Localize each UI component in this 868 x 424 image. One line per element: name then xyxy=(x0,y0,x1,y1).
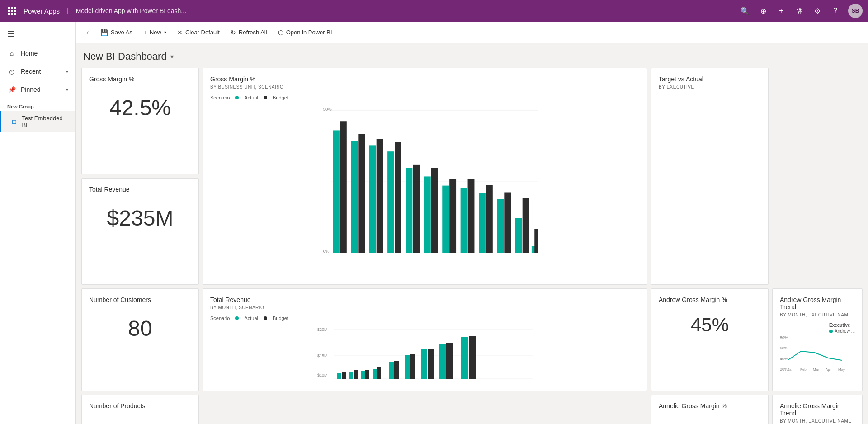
new-button[interactable]: + New ▾ xyxy=(139,26,171,39)
svg-rect-4 xyxy=(11,10,13,12)
sidebar-item-recent[interactable]: ◷ Recent ▾ xyxy=(0,62,75,80)
sidebar-group-label: New Group xyxy=(0,99,75,111)
svg-rect-3 xyxy=(8,10,10,12)
gross-margin-chart-subtitle: BY BUSINESS UNIT, SCENARIO xyxy=(210,85,640,90)
svg-rect-32 xyxy=(497,199,504,253)
settings-icon[interactable]: ⚙ xyxy=(812,5,823,16)
total-revenue-svg: $20M $15M $10M xyxy=(210,325,640,383)
open-in-power-bi-button[interactable]: ⬡ Open in Power BI xyxy=(274,26,337,39)
recent-clock-icon: ◷ xyxy=(7,67,16,76)
total-revenue-title: Total Revenue xyxy=(89,186,191,193)
svg-rect-21 xyxy=(395,142,401,253)
clear-default-label: Clear Default xyxy=(185,29,220,36)
svg-text:MA-0: MA-0 xyxy=(532,256,542,258)
svg-rect-67 xyxy=(410,354,415,379)
add-icon[interactable]: + xyxy=(776,5,787,16)
dashboard-title: New BI Dashboard xyxy=(83,51,167,62)
svg-rect-37 xyxy=(534,229,538,253)
clear-default-button[interactable]: ✕ Clear Default xyxy=(173,26,224,39)
svg-rect-72 xyxy=(461,337,468,379)
new-icon: + xyxy=(143,29,147,36)
svg-rect-2 xyxy=(14,7,16,9)
gross-margin-value: 42.5% xyxy=(89,85,191,131)
annelie-gm-title: Annelie Gross Margin % xyxy=(659,402,761,410)
svg-rect-29 xyxy=(468,179,475,253)
svg-text:CR-0: CR-0 xyxy=(500,256,509,258)
dashboard-grid: Gross Margin % 42.5% Gross Margin % BY B… xyxy=(81,68,863,424)
customers-value: 80 xyxy=(89,305,191,352)
svg-rect-22 xyxy=(406,168,413,253)
refresh-all-label: Refresh All xyxy=(239,29,267,36)
search-icon[interactable]: 🔍 xyxy=(740,5,750,16)
dashboard-area: New BI Dashboard ▾ Gross Margin % 42.5% … xyxy=(76,43,868,424)
svg-rect-59 xyxy=(354,370,358,379)
svg-rect-70 xyxy=(439,344,446,379)
actual-label: Actual xyxy=(244,95,258,100)
tile-total-revenue-chart: Total Revenue BY MONTH, SCENARIO Scenari… xyxy=(203,288,647,391)
sidebar-item-home[interactable]: ⌂ Home xyxy=(0,44,75,62)
svg-rect-62 xyxy=(373,369,377,379)
user-avatar[interactable]: SB xyxy=(848,4,863,18)
svg-rect-24 xyxy=(424,176,431,253)
svg-rect-66 xyxy=(405,355,410,379)
svg-rect-15 xyxy=(340,121,347,253)
help-icon[interactable]: ? xyxy=(830,5,841,16)
total-revenue-chart-subtitle: BY MONTH, SCENARIO xyxy=(210,305,640,310)
sidebar-home-label: Home xyxy=(21,50,68,57)
svg-rect-27 xyxy=(449,179,456,253)
andrew-gm-title: Andrew Gross Margin % xyxy=(659,296,761,303)
filter-icon[interactable]: ⚗ xyxy=(794,5,805,16)
sidebar-item-pinned[interactable]: 📌 Pinned ▾ xyxy=(0,80,75,99)
refresh-icon: ↻ xyxy=(231,29,236,36)
svg-rect-60 xyxy=(361,371,365,379)
pinned-chevron-icon: ▾ xyxy=(66,87,68,92)
sidebar-item-test-embedded-bi[interactable]: ⊞ Test Embedded BI xyxy=(0,111,75,132)
svg-text:ST-0: ST-0 xyxy=(372,256,381,258)
svg-rect-31 xyxy=(486,185,493,253)
recent-chevron-icon: ▾ xyxy=(66,69,68,74)
sidebar: ☰ ⌂ Home ◷ Recent ▾ 📌 Pinned ▾ New Group… xyxy=(0,22,76,424)
tile-annelie-trend: Annelie Gross Margin Trend BY MONTH, EXE… xyxy=(772,395,863,424)
svg-rect-14 xyxy=(333,130,340,253)
tile-number-customers: Number of Customers 80 xyxy=(81,288,199,391)
annelie-trend-subtitle: BY MONTH, EXECUTIVE NAME xyxy=(780,419,855,424)
dashboard-chevron-icon[interactable]: ▾ xyxy=(170,53,174,60)
save-as-icon: 💾 xyxy=(100,29,108,36)
top-nav: Power Apps | Model-driven App with Power… xyxy=(0,0,868,22)
svg-text:HO-0: HO-0 xyxy=(445,256,455,258)
refresh-all-button[interactable]: ↻ Refresh All xyxy=(226,26,272,39)
sidebar-pinned-label: Pinned xyxy=(21,86,61,93)
svg-rect-56 xyxy=(337,373,341,379)
tile-gross-margin-chart: Gross Margin % BY BUSINESS UNIT, SCENARI… xyxy=(203,68,647,285)
pin-icon: 📌 xyxy=(7,85,16,94)
svg-text:SE-0: SE-0 xyxy=(481,256,491,258)
sidebar-embedded-label: Test Embedded BI xyxy=(22,115,68,128)
tile-annelie-gross-margin: Annelie Gross Margin % xyxy=(651,395,769,424)
scenario-label: Scenario xyxy=(210,95,230,100)
svg-rect-68 xyxy=(421,349,427,379)
target-vs-actual-subtitle: BY EXECUTIVE xyxy=(659,85,761,90)
back-button[interactable]: ‹ xyxy=(81,26,94,39)
svg-rect-28 xyxy=(461,188,467,253)
waffle-menu[interactable] xyxy=(5,5,18,17)
save-as-label: Save As xyxy=(111,29,132,36)
svg-text:Feb: Feb xyxy=(800,367,807,372)
tile-gross-margin-pct: Gross Margin % 42.5% xyxy=(81,68,199,174)
svg-text:CP-0: CP-0 xyxy=(408,256,418,258)
svg-rect-61 xyxy=(365,370,369,379)
save-as-button[interactable]: 💾 Save As xyxy=(96,26,137,39)
open-power-bi-label: Open in Power BI xyxy=(286,29,332,36)
svg-text:FO-0: FO-0 xyxy=(390,256,400,258)
svg-rect-7 xyxy=(11,13,13,15)
new-label: New xyxy=(150,29,161,36)
svg-text:Apr: Apr xyxy=(826,367,831,372)
sidebar-hamburger[interactable]: ☰ xyxy=(0,24,75,44)
total-revenue-chart-title: Total Revenue xyxy=(210,296,640,303)
svg-text:FS-0: FS-0 xyxy=(335,256,344,258)
recent-icon[interactable]: ⊕ xyxy=(758,5,769,16)
svg-text:$20M: $20M xyxy=(317,327,328,332)
svg-rect-57 xyxy=(342,372,346,379)
svg-rect-16 xyxy=(351,141,358,253)
total-revenue-value: $235M xyxy=(89,195,191,241)
annelie-trend-title: Annelie Gross Margin Trend xyxy=(780,402,855,417)
